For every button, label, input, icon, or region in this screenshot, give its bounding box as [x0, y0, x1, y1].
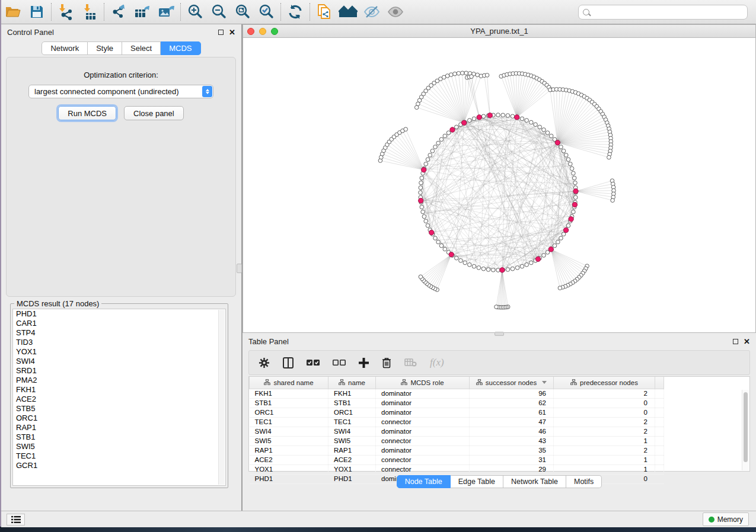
network-window-titlebar[interactable]: YPA_prune.txt_1	[243, 25, 755, 38]
list-item[interactable]: RAP1	[13, 423, 225, 432]
tab-network-table[interactable]: Network Table	[503, 475, 566, 488]
tab-edge-table[interactable]: Edge Table	[451, 475, 503, 488]
table-cell[interactable]: 1	[554, 436, 655, 446]
column-header-successor-nodes[interactable]: successor nodes	[470, 377, 554, 389]
list-item[interactable]: STB5	[13, 404, 225, 414]
table-cell[interactable]: dominator	[376, 427, 470, 436]
table-cell[interactable]: dominator	[376, 408, 470, 417]
table-row[interactable]: TEC1TEC1connector472	[250, 417, 664, 427]
close-panel-button[interactable]: Close panel	[124, 106, 184, 120]
list-item[interactable]: STB1	[13, 432, 225, 442]
tab-mcds[interactable]: MCDS	[161, 41, 200, 55]
panel-splitter-grip[interactable]	[237, 264, 242, 273]
table-cell[interactable]: ORC1	[328, 408, 376, 417]
table-cell[interactable]: 31	[470, 455, 554, 464]
table-cell[interactable]: TEC1	[250, 417, 328, 427]
node-table[interactable]: shared namenameMCDS rolesuccessor nodesp…	[248, 376, 750, 472]
save-icon[interactable]	[25, 2, 49, 22]
table-cell[interactable]: connector	[376, 464, 470, 474]
tab-select[interactable]: Select	[122, 41, 161, 55]
list-item[interactable]: FKH1	[13, 385, 225, 395]
table-cell[interactable]: 96	[470, 389, 554, 398]
table-row[interactable]: SWI4SWI4dominator462	[250, 427, 664, 436]
export-image-icon[interactable]	[154, 2, 178, 22]
table-cell[interactable]: ORC1	[250, 408, 328, 417]
table-cell[interactable]: STB1	[250, 398, 328, 408]
table-cell[interactable]: dominator	[376, 389, 470, 398]
table-cell[interactable]: SWI4	[328, 427, 376, 436]
float-panel-icon[interactable]	[218, 30, 224, 35]
search-field[interactable]	[578, 5, 748, 20]
show-hide-view-icon[interactable]	[384, 2, 407, 22]
list-item[interactable]: SRD1	[13, 366, 225, 376]
table-row[interactable]: ACE2ACE2connector311	[250, 455, 664, 464]
table-cell[interactable]: dominator	[376, 398, 470, 408]
table-cell[interactable]: 35	[470, 446, 554, 455]
table-cell[interactable]: 0	[554, 408, 655, 417]
table-cell[interactable]: dominator	[376, 446, 470, 455]
table-cell[interactable]: RAP1	[328, 446, 376, 455]
delete-column-trash-icon[interactable]	[382, 357, 391, 368]
zoom-selected-icon[interactable]	[254, 2, 278, 22]
table-cell[interactable]: STB1	[328, 398, 376, 408]
close-panel-icon[interactable]: ✕	[229, 30, 235, 35]
table-cell[interactable]: RAP1	[250, 446, 328, 455]
select-all-icon[interactable]	[307, 359, 320, 366]
table-cell[interactable]: YOX1	[328, 464, 376, 474]
table-settings-gear-icon[interactable]	[259, 357, 270, 368]
table-row[interactable]: ORC1ORC1dominator610	[250, 408, 664, 417]
add-column-icon[interactable]	[359, 358, 369, 368]
table-cell[interactable]: 2	[554, 389, 655, 398]
column-header-MCDS-role[interactable]: MCDS role	[376, 377, 470, 389]
home-icon[interactable]	[336, 2, 360, 22]
table-cell[interactable]: 29	[470, 464, 554, 474]
table-cell[interactable]: 61	[470, 408, 554, 417]
deselect-all-icon[interactable]	[333, 359, 346, 366]
close-table-panel-icon[interactable]: ✕	[744, 339, 750, 344]
list-item[interactable]: SWI4	[13, 357, 225, 366]
toggle-graphics-details-icon[interactable]	[360, 2, 384, 22]
tab-motifs[interactable]: Motifs	[566, 475, 602, 488]
table-cell[interactable]: 62	[470, 398, 554, 408]
table-cell[interactable]: 2	[554, 417, 655, 427]
memory-button[interactable]: Memory	[703, 512, 749, 526]
table-cell[interactable]: connector	[376, 436, 470, 446]
list-item[interactable]: YOX1	[13, 347, 225, 357]
search-input[interactable]	[589, 6, 747, 18]
clone-network-icon[interactable]	[312, 2, 336, 22]
table-cell[interactable]: SWI5	[250, 436, 328, 446]
list-item[interactable]: TID3	[13, 338, 225, 347]
open-file-icon[interactable]	[1, 2, 25, 22]
tab-node-table[interactable]: Node Table	[397, 475, 451, 488]
table-row[interactable]: RAP1RAP1dominator352	[250, 446, 664, 455]
export-network-icon[interactable]	[107, 2, 130, 22]
table-row[interactable]: STB1STB1dominator620	[250, 398, 664, 408]
run-mcds-button[interactable]: Run MCDS	[58, 106, 116, 120]
import-table-icon[interactable]	[78, 2, 101, 22]
table-cell[interactable]: YOX1	[250, 464, 328, 474]
zoom-out-icon[interactable]	[207, 2, 231, 22]
table-cell[interactable]: 46	[470, 427, 554, 436]
network-canvas[interactable]	[243, 39, 755, 333]
table-row[interactable]: YOX1YOX1connector291	[250, 464, 664, 474]
table-cell[interactable]: ACE2	[250, 455, 328, 464]
table-cell[interactable]: connector	[376, 417, 470, 427]
result-list-scrollbar[interactable]	[218, 310, 225, 485]
table-row[interactable]: SWI5SWI5connector431	[250, 436, 664, 446]
show-columns-icon[interactable]	[283, 357, 294, 368]
table-cell[interactable]: FKH1	[328, 389, 376, 398]
column-header-predecessor-nodes[interactable]: predecessor nodes	[554, 377, 655, 389]
table-panel-splitter-grip[interactable]	[495, 332, 504, 336]
table-row[interactable]: FKH1FKH1dominator962	[250, 389, 664, 398]
table-cell[interactable]: 1	[554, 464, 655, 474]
table-cell[interactable]: ACE2	[328, 455, 376, 464]
table-cell[interactable]: 0	[554, 398, 655, 408]
table-scrollbar[interactable]	[742, 390, 749, 470]
column-header-name[interactable]: name	[328, 377, 376, 389]
refresh-icon[interactable]	[283, 2, 307, 22]
export-table-icon[interactable]	[130, 2, 154, 22]
table-cell[interactable]: SWI4	[250, 427, 328, 436]
column-header-shared-name[interactable]: shared name	[250, 377, 328, 389]
list-item[interactable]: TEC1	[13, 451, 225, 461]
list-item[interactable]: PHD1	[13, 309, 225, 319]
